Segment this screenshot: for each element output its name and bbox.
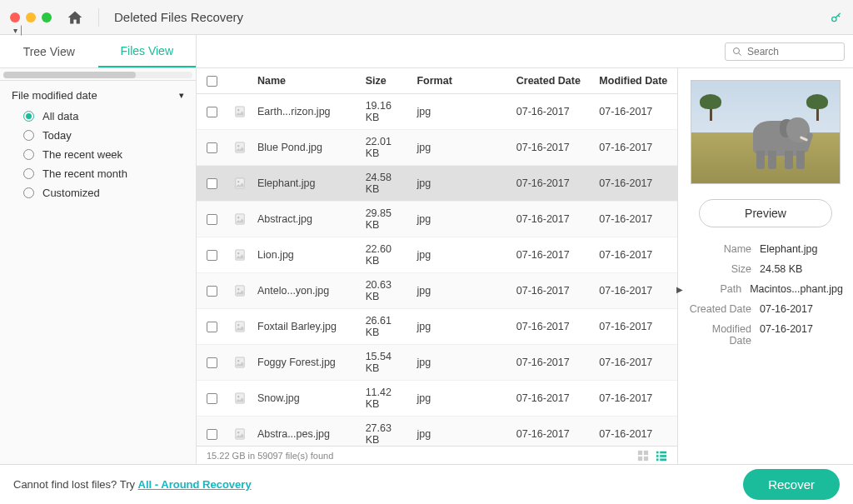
cell-name: Lion.jpg — [252, 237, 361, 273]
key-icon[interactable] — [830, 11, 843, 24]
cell-size: 15.54 KB — [361, 345, 412, 381]
search-input[interactable] — [747, 46, 837, 57]
cell-created: 07-16-2017 — [511, 166, 595, 202]
home-icon[interactable] — [67, 9, 83, 26]
minimize-window-button[interactable] — [26, 12, 36, 22]
radio-icon[interactable] — [23, 111, 34, 122]
row-checkbox[interactable] — [207, 286, 217, 297]
meta-value-created: 07-16-2017 — [760, 303, 813, 315]
cell-modified: 07-16-2017 — [594, 166, 677, 202]
grid-view-icon[interactable] — [637, 450, 649, 462]
file-row[interactable]: Antelo...yon.jpg20.63 KBjpg07-16-201707-… — [197, 273, 677, 309]
image-file-icon — [234, 428, 246, 440]
file-row[interactable]: Blue Pond.jpg22.01 KBjpg07-16-201707-16-… — [197, 130, 677, 166]
row-checkbox[interactable] — [207, 142, 217, 153]
cell-modified: 07-16-2017 — [594, 202, 677, 237]
file-row[interactable]: Abstract.jpg29.85 KBjpg07-16-201707-16-2… — [197, 202, 677, 237]
filter-header[interactable]: File modified date ▾ — [12, 86, 184, 105]
tree-checkbox[interactable] — [21, 25, 22, 36]
filter-option[interactable]: The recent week — [23, 145, 184, 164]
filter-option[interactable]: Today — [23, 126, 184, 145]
cell-created: 07-16-2017 — [511, 130, 595, 166]
meta-value-size: 24.58 KB — [760, 263, 802, 275]
preview-button[interactable]: Preview — [699, 199, 832, 227]
cell-created: 07-16-2017 — [511, 94, 595, 130]
file-table-wrap[interactable]: Name Size Format Created Date Modified D… — [197, 68, 677, 446]
cell-name: Antelo...yon.jpg — [252, 273, 361, 309]
filter-option[interactable]: The recent month — [23, 164, 184, 183]
image-file-icon — [234, 357, 246, 368]
cell-modified: 07-16-2017 — [594, 309, 677, 345]
row-checkbox[interactable] — [207, 178, 217, 189]
collapse-preview-icon[interactable]: ▶ — [676, 285, 683, 294]
cell-size: 27.63 KB — [361, 417, 412, 447]
select-all-checkbox[interactable] — [207, 76, 217, 87]
svg-point-4 — [237, 109, 239, 111]
cell-modified: 07-16-2017 — [594, 417, 677, 447]
preview-panel: ▶ — [678, 68, 853, 464]
radio-icon[interactable] — [23, 187, 34, 198]
column-name[interactable]: Name — [252, 68, 361, 94]
file-tree: ▾Macintosh HD(59097)▾Photo(18448)▾png(13… — [0, 7, 22, 40]
tree-item[interactable]: ▾Macintosh HD(59097) — [0, 13, 22, 40]
meta-value-path: Macintos...phant.jpg — [750, 283, 843, 295]
cell-name: Abstra...pes.jpg — [252, 417, 361, 447]
filter-option[interactable]: Customized — [23, 183, 184, 202]
cell-size: 29.85 KB — [361, 202, 412, 237]
row-checkbox[interactable] — [207, 250, 217, 261]
file-row[interactable]: Elephant.jpg24.58 KBjpg07-16-201707-16-2… — [197, 166, 677, 202]
tab-files-view[interactable]: Files View — [98, 35, 197, 67]
column-modified[interactable]: Modified Date — [594, 68, 677, 94]
row-checkbox[interactable] — [207, 357, 217, 368]
cell-format: jpg — [412, 273, 511, 309]
cell-name: Snow.jpg — [252, 381, 361, 417]
preview-image — [691, 80, 841, 184]
file-row[interactable]: Foggy Forest.jpg15.54 KBjpg07-16-201707-… — [197, 345, 677, 381]
column-created[interactable]: Created Date — [511, 68, 595, 94]
filter-option[interactable]: All data — [23, 107, 184, 126]
row-checkbox[interactable] — [207, 107, 217, 117]
radio-icon[interactable] — [23, 130, 34, 141]
row-checkbox[interactable] — [207, 214, 217, 225]
radio-icon[interactable] — [23, 149, 34, 160]
svg-point-2 — [734, 47, 740, 53]
search-box[interactable] — [725, 42, 845, 61]
meta-label-created: Created Date — [688, 303, 760, 315]
cell-name: Foggy Forest.jpg — [252, 345, 361, 381]
search-row — [197, 35, 853, 68]
file-row[interactable]: Earth...rizon.jpg19.16 KBjpg07-16-201707… — [197, 94, 677, 130]
file-row[interactable]: Snow.jpg11.42 KBjpg07-16-201707-16-2017 — [197, 381, 677, 417]
file-row[interactable]: Abstra...pes.jpg27.63 KBjpg07-16-201707-… — [197, 417, 677, 447]
maximize-window-button[interactable] — [42, 12, 52, 22]
cell-modified: 07-16-2017 — [594, 345, 677, 381]
cell-size: 26.61 KB — [361, 309, 412, 345]
file-row[interactable]: Lion.jpg22.60 KBjpg07-16-201707-16-2017 — [197, 237, 677, 273]
svg-point-10 — [237, 217, 239, 218]
svg-point-22 — [237, 432, 239, 433]
tree-horizontal-scrollbar[interactable] — [3, 72, 192, 78]
recover-button[interactable]: Recover — [743, 469, 840, 500]
search-icon — [732, 46, 742, 57]
file-list-panel: Name Size Format Created Date Modified D… — [197, 68, 678, 464]
status-bar: 15.22 GB in 59097 file(s) found — [197, 446, 677, 464]
cell-format: jpg — [412, 309, 511, 345]
row-checkbox[interactable] — [207, 429, 217, 440]
radio-icon[interactable] — [23, 168, 34, 179]
column-format[interactable]: Format — [412, 68, 511, 94]
cell-modified: 07-16-2017 — [594, 130, 677, 166]
row-checkbox[interactable] — [207, 393, 217, 404]
list-view-icon[interactable] — [656, 450, 667, 462]
svg-rect-34 — [644, 456, 648, 460]
all-around-recovery-link[interactable]: All - Around Recovery — [138, 478, 252, 491]
cell-modified: 07-16-2017 — [594, 94, 677, 130]
meta-label-name: Name — [688, 243, 760, 255]
row-checkbox[interactable] — [207, 322, 217, 332]
filter-title: File modified date — [12, 89, 97, 102]
svg-rect-40 — [660, 458, 666, 461]
meta-value-modified: 07-16-2017 — [760, 323, 813, 347]
chevron-down-icon[interactable]: ▾ — [13, 26, 17, 35]
column-size[interactable]: Size — [361, 68, 412, 94]
cell-created: 07-16-2017 — [511, 202, 595, 237]
file-row[interactable]: Foxtail Barley.jpg26.61 KBjpg07-16-20170… — [197, 309, 677, 345]
sidebar: Tree View Files View ▾Macintosh HD(59097… — [0, 35, 197, 464]
